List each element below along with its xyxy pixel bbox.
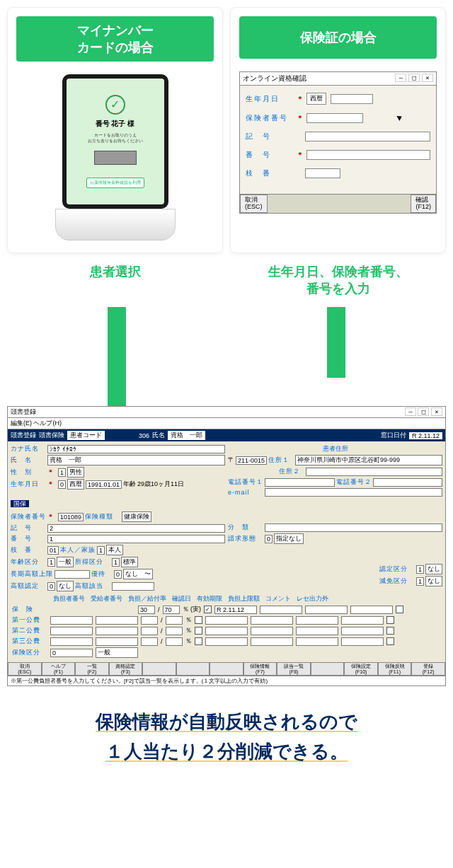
- branch-input[interactable]: 01: [47, 546, 59, 555]
- comment[interactable]: [350, 606, 393, 614]
- symbol-label: 記 号: [11, 523, 46, 533]
- fn-f3[interactable]: 資格認定(F3): [109, 662, 143, 676]
- online-check-dialog: オンライン資格確認 — □ × 生年月日 ＊ 西暦: [239, 71, 437, 214]
- close-icon[interactable]: ×: [431, 407, 442, 416]
- maximize-icon[interactable]: □: [418, 407, 429, 416]
- number-input[interactable]: [306, 150, 430, 160]
- reg-h2: 頭書保険: [39, 431, 64, 440]
- tel2-input[interactable]: [373, 478, 443, 487]
- kiosk-name: 番号 花子 様: [96, 119, 135, 129]
- highamt-value: なし: [57, 581, 74, 591]
- kana-label: カナ氏名: [11, 444, 46, 453]
- cancel-button[interactable]: 取消(ESC): [240, 195, 268, 213]
- number-label: 番 号: [246, 150, 297, 160]
- confirm-date[interactable]: R 2.11.12: [214, 606, 257, 614]
- kana-input[interactable]: ｼｶｸ ｲﾁﾛｳ: [47, 445, 225, 453]
- fn-f1[interactable]: ヘルプ(F1): [42, 662, 76, 676]
- ins-tag: 国保: [11, 500, 29, 507]
- highamt2-input[interactable]: [112, 582, 154, 591]
- tel1-label: 電話番号１: [228, 478, 263, 487]
- merit-value: なし 〜: [123, 569, 153, 579]
- highamt-code[interactable]: 0: [47, 582, 55, 591]
- era-combo[interactable]: 西暦: [306, 93, 326, 105]
- fn-f5[interactable]: [176, 662, 210, 676]
- caption-right: 生年月日、保険者番号、番号を入力: [230, 253, 446, 307]
- fn-f8[interactable]: 該当一覧(F8): [277, 662, 311, 676]
- insurer-label: 保険者番号: [246, 113, 297, 123]
- addr2-input[interactable]: [306, 468, 442, 476]
- rec-label: 認定区分: [379, 565, 415, 574]
- kiosk-button: お薬情報等資料確認を利用: [86, 178, 144, 188]
- inccls-code[interactable]: 1: [112, 558, 120, 567]
- agecls-value: 一般: [57, 557, 74, 567]
- cap-amount[interactable]: [305, 606, 348, 614]
- minimize-icon[interactable]: —: [405, 407, 416, 416]
- fn-f12[interactable]: 登録(F12): [411, 662, 445, 676]
- fn-f9[interactable]: [311, 662, 345, 676]
- insurer-input[interactable]: [306, 113, 363, 123]
- merit-code[interactable]: 0: [114, 570, 122, 579]
- addr1-label: 住所１: [268, 456, 294, 465]
- name-label: 氏名: [152, 431, 165, 440]
- symbol-input[interactable]: 2: [47, 524, 225, 533]
- fn-f11[interactable]: 保険反映(F11): [378, 662, 412, 676]
- date-label: 窓口日付: [381, 431, 406, 440]
- number-input[interactable]: 1: [47, 535, 225, 543]
- insurer-label: 保険者番号: [11, 512, 46, 521]
- birth-code[interactable]: 0: [58, 480, 66, 489]
- ins-row-cls: 保険区分 0 一般: [8, 646, 445, 658]
- symbol-input[interactable]: [305, 132, 430, 141]
- birth-value[interactable]: 1991.01.01: [86, 480, 122, 489]
- confirm-button[interactable]: 確認(F12): [411, 195, 436, 213]
- fn-f4[interactable]: [142, 662, 176, 676]
- fn-f2[interactable]: 一覧(F2): [75, 662, 109, 676]
- kiosk-terminal: ✓ 番号 花子 様 カードをお取りのうえお立ち去りをお待ちください お薬情報等資…: [55, 74, 176, 244]
- red-code[interactable]: 1: [416, 577, 424, 586]
- birth-label: 生年月日: [11, 480, 46, 489]
- menu-bar[interactable]: 編集(E) ヘルプ(H): [8, 418, 445, 429]
- rec-code[interactable]: 1: [416, 565, 424, 574]
- symbol-label: 記 号: [246, 132, 297, 141]
- agecls-code[interactable]: 1: [47, 558, 55, 567]
- close-icon[interactable]: ×: [422, 74, 433, 82]
- valid-date[interactable]: [260, 606, 302, 614]
- kiosk-hint: カードをお取りのうえお立ち去りをお待ちください: [88, 133, 143, 144]
- reg-wintitle: 頭書登録: [11, 407, 36, 417]
- ins-row-pub1: 第一公費 / ％: [8, 614, 445, 625]
- rel-value: 本人: [106, 545, 123, 555]
- conclusion-l2: １人当たり２分削減できる。: [14, 737, 439, 767]
- billing-code[interactable]: 0: [265, 535, 273, 543]
- inccls-label: 所得区分: [75, 557, 110, 567]
- confirm-check[interactable]: ✓: [204, 606, 212, 613]
- name-input[interactable]: 資格 一郎: [47, 455, 225, 465]
- tel1-input[interactable]: [265, 478, 335, 487]
- inscls-code[interactable]: 0: [50, 649, 93, 657]
- sex-code[interactable]: 1: [58, 468, 66, 477]
- fn-esc[interactable]: 取消(ESC): [8, 662, 42, 676]
- email-input[interactable]: [265, 488, 442, 497]
- pcode: 306: [139, 432, 149, 439]
- branch-input[interactable]: [305, 168, 340, 178]
- arrows: [7, 307, 446, 406]
- class-input[interactable]: [265, 523, 442, 532]
- rate2-input[interactable]: 70: [163, 606, 180, 614]
- conclusion: 保険情報が自動反映されるので １人当たり２分削減できる。: [7, 686, 446, 787]
- ins-row-pub2: 第二公費 / ％: [8, 625, 445, 635]
- out-check[interactable]: [396, 606, 403, 613]
- fn-f7[interactable]: 保険情報(F7): [243, 662, 277, 676]
- minimize-icon[interactable]: —: [395, 74, 406, 82]
- rate1-input[interactable]: 30: [138, 606, 155, 614]
- fn-f10[interactable]: 保険設定(F10): [344, 662, 378, 676]
- rel-code[interactable]: 1: [97, 546, 105, 555]
- branch-label: 枝 番: [11, 545, 46, 555]
- zip-input[interactable]: 211-0015: [236, 456, 267, 465]
- maximize-icon[interactable]: □: [408, 74, 420, 82]
- fn-f6[interactable]: [210, 662, 243, 676]
- addr1-input[interactable]: 神奈川県川崎市中原区北谷町99-999: [295, 455, 442, 465]
- insurer-input[interactable]: 101089: [58, 513, 84, 521]
- date-box: R 2.11.12: [409, 432, 442, 439]
- birth-input[interactable]: [331, 94, 373, 104]
- cap-input[interactable]: [55, 570, 90, 579]
- birth-label: 生年月日: [246, 94, 297, 104]
- addr2-label: 住所２: [279, 467, 304, 476]
